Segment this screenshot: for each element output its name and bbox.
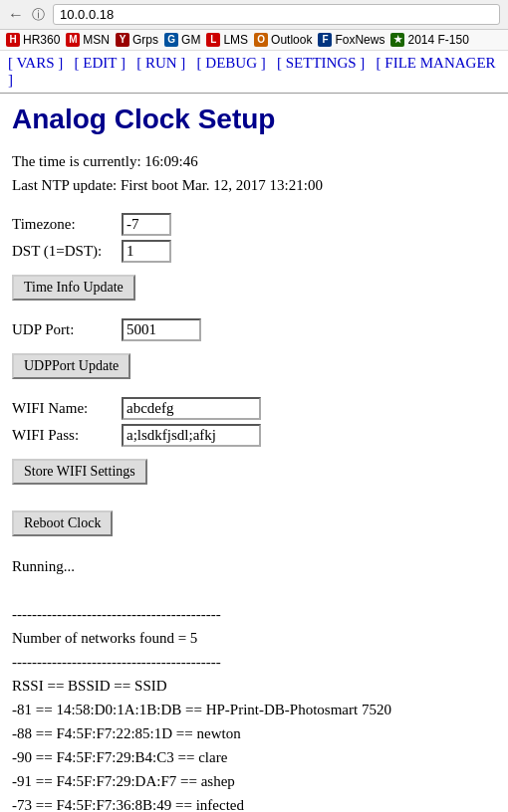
- timezone-input[interactable]: [122, 213, 171, 236]
- udp-label: UDP Port:: [12, 321, 122, 338]
- store-wifi-button[interactable]: Store WIFI Settings: [12, 459, 147, 485]
- wifi-pass-label: WIFI Pass:: [12, 427, 122, 444]
- output-area: Running... -----------------------------…: [12, 554, 496, 812]
- reboot-section: Reboot Clock: [12, 503, 496, 544]
- output-text: Running... -----------------------------…: [12, 554, 496, 812]
- wifi-name-row: WIFI Name:: [12, 397, 496, 420]
- udp-row: UDP Port:: [12, 318, 496, 341]
- wifi-pass-input[interactable]: [122, 424, 261, 447]
- reboot-clock-button[interactable]: Reboot Clock: [12, 510, 113, 536]
- bookmark-grps[interactable]: Y Grps: [116, 33, 158, 47]
- bookmark-icon-outlook: O: [254, 33, 268, 47]
- bookmark-icon-gm: G: [164, 33, 178, 47]
- udp-update-button[interactable]: UDPPort Update: [12, 353, 130, 379]
- nav-settings[interactable]: [ SETTINGS ]: [277, 55, 365, 71]
- wifi-section: WIFI Name: WIFI Pass: Store WIFI Setting…: [12, 397, 496, 493]
- bookmark-label-lms: LMS: [223, 33, 248, 47]
- main-content: Analog Clock Setup The time is currently…: [0, 94, 508, 812]
- bookmark-gm[interactable]: G GM: [164, 33, 200, 47]
- bookmark-icon-grps: Y: [116, 33, 129, 47]
- time-info-update-button[interactable]: Time Info Update: [12, 275, 135, 301]
- info-icon: ⓘ: [32, 6, 45, 24]
- bookmark-label-hr360: HR360: [23, 33, 60, 47]
- bookmark-label-outlook: Outlook: [271, 33, 312, 47]
- timezone-label: Timezone:: [12, 216, 122, 233]
- timezone-row: Timezone:: [12, 213, 496, 236]
- bookmark-label-msn: MSN: [83, 33, 110, 47]
- timezone-section: Timezone: DST (1=DST): Time Info Update: [12, 213, 496, 308]
- bookmarks-bar: H HR360 M MSN Y Grps G GM L LMS O Outloo…: [0, 30, 508, 51]
- back-button[interactable]: ←: [8, 6, 24, 24]
- current-time: The time is currently: 16:09:46: [12, 149, 496, 173]
- bookmark-outlook[interactable]: O Outlook: [254, 33, 312, 47]
- browser-bar: ← ⓘ: [0, 0, 508, 30]
- page-title: Analog Clock Setup: [12, 103, 496, 135]
- time-info: The time is currently: 16:09:46 Last NTP…: [12, 149, 496, 197]
- wifi-name-input[interactable]: [122, 397, 261, 420]
- url-bar[interactable]: [53, 4, 500, 25]
- bookmark-msn[interactable]: M MSN: [66, 33, 110, 47]
- bookmark-label-gm: GM: [181, 33, 200, 47]
- bookmark-label-foxnews: FoxNews: [335, 33, 384, 47]
- dst-row: DST (1=DST):: [12, 240, 496, 263]
- bookmark-icon-msn: M: [66, 33, 80, 47]
- wifi-name-label: WIFI Name:: [12, 400, 122, 417]
- udp-section: UDP Port: UDPPort Update: [12, 318, 496, 387]
- dst-input[interactable]: [122, 240, 171, 263]
- wifi-pass-row: WIFI Pass:: [12, 424, 496, 447]
- nav-debug[interactable]: [ DEBUG ]: [197, 55, 266, 71]
- bookmark-label-grps: Grps: [132, 33, 158, 47]
- bookmark-icon-f150: ★: [390, 33, 404, 47]
- udp-input[interactable]: [122, 318, 201, 341]
- ntp-update: Last NTP update: First boot Mar. 12, 201…: [12, 173, 496, 197]
- bookmark-lms[interactable]: L LMS: [206, 33, 248, 47]
- dst-label: DST (1=DST):: [12, 243, 122, 260]
- nav-run[interactable]: [ RUN ]: [136, 55, 185, 71]
- bookmark-icon-foxnews: F: [318, 33, 332, 47]
- nav-vars[interactable]: [ VARS ]: [8, 55, 63, 71]
- bookmark-icon-lms: L: [206, 33, 220, 47]
- nav-edit[interactable]: [ EDIT ]: [75, 55, 126, 71]
- bookmark-foxnews[interactable]: F FoxNews: [318, 33, 384, 47]
- bookmark-hr360[interactable]: H HR360: [6, 33, 60, 47]
- bookmark-f150[interactable]: ★ 2014 F-150: [390, 33, 468, 47]
- bookmark-icon-hr360: H: [6, 33, 20, 47]
- bookmark-label-f150: 2014 F-150: [407, 33, 468, 47]
- nav-bar: [ VARS ] [ EDIT ] [ RUN ] [ DEBUG ] [ SE…: [0, 51, 508, 94]
